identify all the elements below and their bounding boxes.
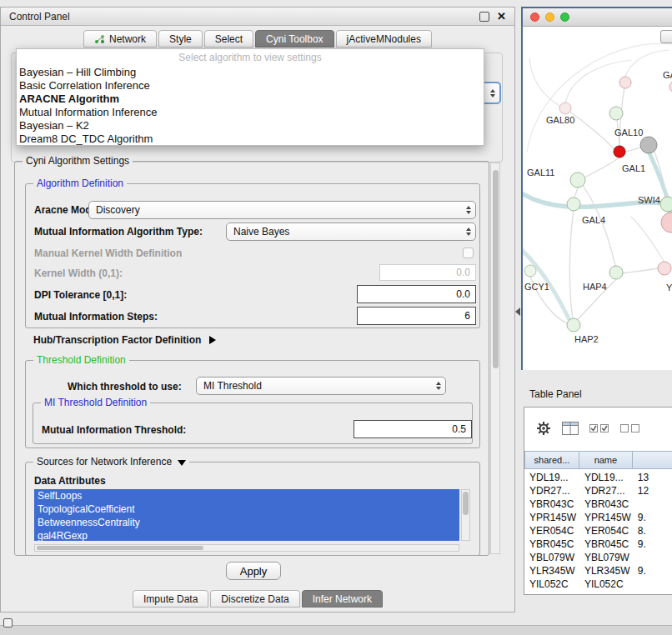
settings-gear-icon[interactable] — [536, 421, 551, 436]
column-header[interactable]: name — [579, 451, 633, 469]
table-cell[interactable]: YDR27... — [579, 484, 633, 498]
network-node[interactable] — [661, 212, 672, 232]
table-cell[interactable]: 9. — [633, 511, 672, 524]
mi-type-combo[interactable]: Naive Bayes — [226, 222, 476, 241]
list-vscrollbar[interactable] — [461, 489, 470, 541]
column-header[interactable] — [633, 451, 672, 469]
list-hscrollbar[interactable] — [34, 544, 459, 552]
table-cell[interactable]: YBR043C — [579, 498, 633, 511]
kernel-width-field[interactable]: 0.0 — [379, 264, 476, 281]
table-cell[interactable]: YIL052C — [524, 578, 579, 591]
tab-style[interactable]: Style — [158, 30, 203, 48]
network-corner-button[interactable] — [660, 30, 672, 43]
table-row[interactable]: YPR145W YPR145W 9. — [524, 511, 672, 524]
network-node[interactable] — [609, 107, 623, 120]
network-node[interactable] — [567, 318, 580, 332]
table-cell[interactable]: YBL079W — [524, 551, 579, 564]
table-row[interactable]: YBR043C YBR043C — [524, 498, 672, 511]
list-item[interactable]: gal4RGexp — [34, 529, 459, 541]
tab-discretize-data[interactable]: Discretize Data — [210, 590, 299, 608]
table-cell[interactable]: 9. — [633, 564, 672, 578]
close-traffic-light[interactable] — [530, 12, 539, 22]
dropdown-item[interactable]: Dream8 DC_TDC Algorithm — [17, 132, 484, 146]
network-node[interactable] — [567, 198, 580, 211]
aracne-mode-combo[interactable]: Discovery — [88, 201, 476, 219]
network-canvas[interactable]: GAL8 GAL80 GAL10 GAL11 GAL1 SWI4 GAL4 GC… — [523, 27, 672, 370]
manual-kernel-checkbox[interactable] — [463, 248, 474, 258]
table-cell[interactable]: YER054C — [524, 524, 579, 538]
network-node[interactable] — [640, 137, 657, 153]
network-node[interactable] — [609, 266, 623, 279]
list-vscrollbar-thumb[interactable] — [463, 492, 469, 515]
dpi-tolerance-field[interactable]: 0.0 — [357, 285, 476, 303]
network-node[interactable] — [619, 77, 631, 88]
settings-vscrollbar[interactable] — [490, 162, 500, 554]
network-node[interactable] — [570, 172, 585, 188]
settings-vscrollbar-thumb[interactable] — [493, 170, 499, 368]
tab-infer-network[interactable]: Infer Network — [302, 590, 383, 608]
table-cell[interactable]: 12 — [633, 484, 672, 498]
table-row[interactable]: YBL079W YBL079W — [524, 551, 672, 564]
table-cell[interactable]: YDL19... — [579, 471, 633, 484]
list-item[interactable]: SelfLoops — [34, 489, 459, 502]
tab-impute-data[interactable]: Impute Data — [133, 590, 208, 608]
tab-jactivemnodules[interactable]: jActiveMNodules — [336, 30, 432, 48]
minimize-traffic-light[interactable] — [545, 12, 554, 22]
float-window-icon[interactable] — [479, 12, 489, 22]
close-icon[interactable]: ✕ — [497, 12, 506, 22]
table-cell[interactable]: 13 — [633, 471, 672, 484]
mi-steps-field[interactable]: 6 — [357, 307, 476, 325]
table-row[interactable]: YLR345W YLR345W 9. — [524, 564, 672, 578]
table-cell[interactable]: YDR27... — [524, 484, 579, 498]
tab-network[interactable]: Network — [83, 30, 157, 48]
column-header[interactable]: shared... — [524, 451, 579, 469]
table-cell[interactable] — [633, 498, 672, 511]
network-node[interactable] — [660, 197, 672, 212]
table-columns-icon[interactable] — [562, 422, 579, 435]
zoom-traffic-light[interactable] — [560, 12, 569, 22]
dropdown-item-selected[interactable]: ARACNE Algorithm — [17, 92, 484, 106]
table-cell[interactable]: YPR145W — [524, 511, 579, 524]
table-row[interactable]: YBR045C YBR045C 9. — [524, 538, 672, 551]
dropdown-placeholder[interactable]: Select algorithm to view settings — [17, 49, 484, 66]
table-cell[interactable]: YBL079W — [579, 551, 633, 564]
list-item[interactable]: TopologicalCoefficient — [34, 502, 459, 516]
table-cell[interactable] — [633, 578, 672, 591]
table-cell[interactable] — [633, 551, 672, 564]
table-cell[interactable]: YPR145W — [579, 511, 633, 524]
table-row[interactable]: YDR27... YDR27... 12 — [524, 484, 672, 498]
table-row[interactable]: YER054C YER054C 8. — [524, 524, 672, 538]
unchecked-pair-icon[interactable] — [620, 423, 640, 433]
table-cell[interactable]: YBR043C — [524, 498, 579, 511]
sources-expander[interactable]: Sources for Network Inference — [33, 456, 189, 468]
network-node-selected[interactable] — [614, 146, 625, 158]
dropdown-item[interactable]: Bayesian – K2 — [17, 119, 484, 132]
table-cell[interactable]: YER054C — [579, 524, 633, 538]
table-cell[interactable]: YLR345W — [524, 564, 579, 578]
table-cell[interactable]: YBR045C — [579, 538, 633, 551]
panel-divider-handle[interactable] — [515, 308, 520, 316]
table-cell[interactable]: YDL19... — [524, 471, 579, 484]
tab-cyni-toolbox[interactable]: Cyni Toolbox — [255, 30, 333, 48]
table-row[interactable]: YDL19... YDL19... 13 — [524, 471, 672, 484]
checked-pair-icon[interactable] — [589, 423, 609, 433]
dropdown-item[interactable]: Mutual Information Inference — [17, 106, 484, 119]
table-cell[interactable]: 9. — [633, 538, 672, 551]
which-threshold-combo[interactable]: MI Threshold — [196, 377, 446, 395]
tab-select[interactable]: Select — [204, 30, 253, 48]
network-node[interactable] — [658, 262, 671, 275]
dropdown-item[interactable]: Basic Correlation Inference — [17, 79, 484, 92]
table-cell[interactable]: YBR045C — [524, 538, 579, 551]
mi-threshold-field[interactable]: 0.5 — [354, 420, 472, 438]
dropdown-item[interactable]: Bayesian – Hill Climbing — [17, 66, 484, 79]
list-item[interactable]: BetweennessCentrality — [34, 516, 459, 529]
table-cell[interactable]: YLR345W — [579, 564, 633, 578]
panel-dock-icon[interactable] — [3, 618, 13, 628]
hub-tf-expander[interactable]: Hub/Transcription Factor Definition — [33, 333, 216, 347]
table-cell[interactable]: 8. — [633, 524, 672, 538]
network-node[interactable] — [559, 102, 571, 114]
network-node[interactable] — [524, 265, 536, 277]
list-hscrollbar-thumb[interactable] — [37, 546, 203, 550]
table-cell[interactable]: YIL052C — [579, 578, 633, 591]
table-row[interactable]: YIL052C YIL052C — [524, 578, 672, 591]
